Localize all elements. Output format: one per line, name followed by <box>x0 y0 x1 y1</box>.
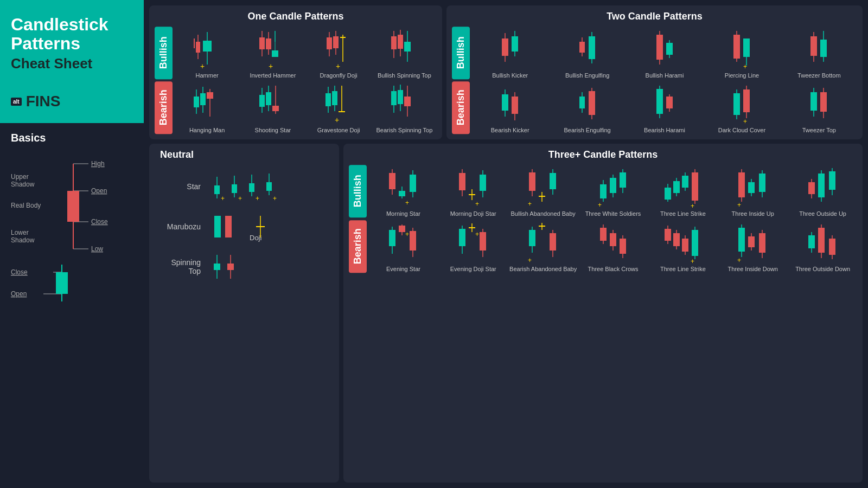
svg-rect-74 <box>512 36 518 52</box>
neutral-patterns: Star + + <box>155 165 334 288</box>
svg-rect-179 <box>748 182 755 193</box>
svg-rect-39 <box>398 35 403 49</box>
three-inside-up-canvas: + <box>718 165 787 208</box>
svg-rect-122 <box>249 183 254 192</box>
three-outside-up-svg <box>805 165 840 208</box>
svg-text:+: + <box>528 200 532 208</box>
svg-rect-44 <box>194 97 199 107</box>
two-candle-title: Two Candle Patterns <box>452 11 857 22</box>
svg-rect-107 <box>743 89 750 112</box>
basics-diagram-svg: Upper Shadow Real Body Lower Shadow High… <box>11 151 136 303</box>
svg-rect-221 <box>682 239 688 252</box>
bear-spin-svg <box>390 81 419 125</box>
morning-doji-label: Morning Doji Star <box>450 210 496 217</box>
pattern-morning-doji-star: + Morning Doji Star <box>439 165 508 217</box>
dragonfly-canvas: + <box>307 27 371 70</box>
svg-rect-80 <box>656 35 663 60</box>
three-plus-bearish-patterns: + Evening Star <box>369 220 857 273</box>
svg-rect-25 <box>272 50 278 57</box>
svg-rect-51 <box>259 95 265 107</box>
three-plus-rows: Bullish <box>349 165 857 272</box>
close-label2: Close <box>11 268 28 276</box>
inv-hammer-label: Inverted Hammer <box>250 72 296 79</box>
sidebar-title2: Patterns <box>11 34 133 53</box>
svg-text:+: + <box>743 63 747 70</box>
svg-rect-213 <box>610 233 616 246</box>
svg-rect-58 <box>326 93 331 106</box>
open-label: Open <box>91 187 107 195</box>
pattern-bullish-engulfing: Bullish Engulfing <box>549 27 625 79</box>
bull-kicker-svg <box>495 27 525 70</box>
morning-star-label: Morning Star <box>386 210 420 217</box>
piercing-canvas: + <box>704 27 780 70</box>
bear-abandoned-canvas: + <box>509 220 578 264</box>
svg-text:+: + <box>737 201 741 208</box>
bear-abandoned-label: Bearish Abandoned Baby <box>509 266 577 273</box>
bull-kicker-canvas <box>472 27 548 70</box>
three-crows-svg <box>596 220 631 264</box>
svg-rect-147 <box>459 173 465 190</box>
logo-fins-text: FINS <box>26 93 61 110</box>
gravestone-canvas: + <box>307 81 371 125</box>
svg-rect-174 <box>692 172 698 201</box>
svg-rect-237 <box>829 239 835 255</box>
morning-star-svg: + <box>386 165 421 208</box>
svg-rect-37 <box>391 36 397 49</box>
svg-rect-202 <box>480 232 486 251</box>
svg-rect-65 <box>391 91 397 105</box>
basics-title: Basics <box>11 132 133 144</box>
upper-shadow-label2: Shadow <box>11 181 35 188</box>
svg-text:+: + <box>737 256 741 264</box>
morning-doji-svg: + <box>456 165 491 208</box>
svg-rect-97 <box>579 97 585 108</box>
bull-engulf-label: Bullish Engulfing <box>565 72 609 79</box>
three-inside-down-label: Three Inside Down <box>728 266 778 273</box>
one-candle-section: One Candle Patterns Bullish <box>149 5 442 139</box>
svg-rect-204 <box>529 230 535 246</box>
svg-rect-158 <box>550 173 556 189</box>
pattern-evening-doji-star: + Evening Doji Star <box>439 220 508 273</box>
bull-harami-canvas <box>627 27 703 70</box>
svg-rect-91 <box>820 40 827 57</box>
pattern-dragonfly-doji: + Dragonfly Doji <box>307 27 371 79</box>
bear-engulf-svg <box>572 81 602 125</box>
svg-rect-226 <box>738 228 745 252</box>
marubozu-label: Marubozu <box>160 222 201 231</box>
svg-rect-5 <box>67 191 79 222</box>
neutral-star-row: Star + + <box>160 170 328 203</box>
real-body-label: Real Body <box>11 202 41 209</box>
svg-text:+: + <box>335 115 339 124</box>
svg-rect-112 <box>820 92 827 112</box>
svg-rect-76 <box>579 42 585 53</box>
svg-rect-21 <box>259 37 265 49</box>
main-content: One Candle Patterns Bullish <box>144 0 868 488</box>
pattern-bearish-kicker: Bearish Kicker <box>472 81 548 134</box>
three-inside-up-label: Three Inside Up <box>732 210 774 217</box>
neutral-title: Neutral <box>155 149 334 160</box>
three-inside-up-svg: + <box>735 165 770 208</box>
bear-engulf-label: Bearish Engulfing <box>564 127 610 134</box>
sidebar-header: Candlestick Patterns Cheat Sheet <box>0 0 144 83</box>
bull-engulf-svg <box>572 27 602 70</box>
pattern-bull-three-line: + Three Line Strike <box>648 165 717 217</box>
two-candle-bullish-row: Bullish <box>452 27 857 79</box>
bear-kicker-canvas <box>472 81 548 125</box>
three-plus-bullish-row: Bullish <box>349 165 857 217</box>
three-outside-up-canvas <box>788 165 857 208</box>
three-outside-down-svg <box>805 220 840 264</box>
bear-three-line-svg: + <box>662 220 703 264</box>
pattern-shooting-star: Shooting Star <box>240 81 305 134</box>
lower-shadow-label: Lower <box>11 229 29 236</box>
tweezer-bottom-svg <box>804 27 834 70</box>
pattern-three-black-crows: Three Black Crows <box>579 220 648 273</box>
dragonfly-svg: + <box>325 27 352 70</box>
svg-rect-228 <box>748 236 755 247</box>
two-candle-bearish-row: Bearish <box>452 81 857 134</box>
morning-doji-canvas: + <box>439 165 508 208</box>
svg-rect-184 <box>808 182 815 194</box>
three-inside-down-svg: + <box>735 220 770 264</box>
pattern-bearish-engulfing: Bearish Engulfing <box>549 81 625 134</box>
svg-text:+: + <box>273 195 277 202</box>
svg-rect-230 <box>759 233 765 253</box>
bear-kicker-label: Bearish Kicker <box>491 127 529 134</box>
